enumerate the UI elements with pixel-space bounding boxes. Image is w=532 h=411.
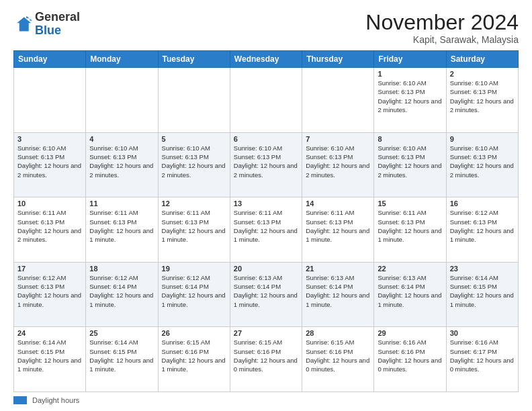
day-number: 21 bbox=[306, 265, 370, 273]
day-info: Sunrise: 6:16 AM Sunset: 6:17 PM Dayligh… bbox=[450, 338, 515, 373]
day-info: Sunrise: 6:15 AM Sunset: 6:16 PM Dayligh… bbox=[306, 338, 370, 373]
calendar-cell: 5Sunrise: 6:10 AM Sunset: 6:13 PM Daylig… bbox=[158, 132, 230, 197]
calendar-cell: 27Sunrise: 6:15 AM Sunset: 6:16 PM Dayli… bbox=[230, 327, 302, 392]
day-number: 25 bbox=[89, 329, 154, 337]
day-info: Sunrise: 6:10 AM Sunset: 6:13 PM Dayligh… bbox=[378, 79, 442, 114]
day-info: Sunrise: 6:15 AM Sunset: 6:16 PM Dayligh… bbox=[234, 338, 298, 373]
day-info: Sunrise: 6:10 AM Sunset: 6:13 PM Dayligh… bbox=[378, 144, 442, 179]
month-title: November 2024 bbox=[365, 11, 519, 34]
calendar-cell: 30Sunrise: 6:16 AM Sunset: 6:17 PM Dayli… bbox=[446, 327, 518, 392]
day-number: 27 bbox=[234, 329, 298, 337]
day-number: 13 bbox=[234, 199, 298, 208]
day-number: 7 bbox=[306, 135, 370, 143]
day-info: Sunrise: 6:10 AM Sunset: 6:13 PM Dayligh… bbox=[17, 144, 82, 179]
weekday-header: Monday bbox=[86, 51, 158, 68]
day-info: Sunrise: 6:11 AM Sunset: 6:13 PM Dayligh… bbox=[162, 208, 226, 244]
day-number: 28 bbox=[306, 329, 370, 337]
day-info: Sunrise: 6:14 AM Sunset: 6:15 PM Dayligh… bbox=[450, 273, 515, 309]
day-number: 12 bbox=[162, 199, 226, 208]
calendar-cell: 16Sunrise: 6:12 AM Sunset: 6:13 PM Dayli… bbox=[446, 197, 518, 263]
calendar-cell: 13Sunrise: 6:11 AM Sunset: 6:13 PM Dayli… bbox=[230, 197, 302, 263]
weekday-header: Friday bbox=[374, 51, 446, 68]
page: General Blue November 2024 Kapit, Sarawa… bbox=[0, 0, 532, 411]
day-info: Sunrise: 6:11 AM Sunset: 6:13 PM Dayligh… bbox=[89, 208, 154, 244]
day-number: 26 bbox=[162, 329, 226, 337]
day-info: Sunrise: 6:12 AM Sunset: 6:14 PM Dayligh… bbox=[89, 273, 154, 309]
calendar-cell: 3Sunrise: 6:10 AM Sunset: 6:13 PM Daylig… bbox=[14, 132, 86, 197]
day-info: Sunrise: 6:11 AM Sunset: 6:13 PM Dayligh… bbox=[234, 208, 298, 244]
calendar-cell: 26Sunrise: 6:15 AM Sunset: 6:16 PM Dayli… bbox=[158, 327, 230, 392]
calendar-cell: 20Sunrise: 6:13 AM Sunset: 6:14 PM Dayli… bbox=[230, 262, 302, 327]
day-number: 19 bbox=[162, 265, 226, 273]
footer-label: Daylight hours bbox=[32, 396, 79, 404]
location: Kapit, Sarawak, Malaysia bbox=[365, 34, 519, 45]
calendar-table: SundayMondayTuesdayWednesdayThursdayFrid… bbox=[13, 50, 519, 392]
day-info: Sunrise: 6:15 AM Sunset: 6:16 PM Dayligh… bbox=[162, 338, 226, 373]
weekday-header-row: SundayMondayTuesdayWednesdayThursdayFrid… bbox=[14, 51, 519, 68]
header: General Blue November 2024 Kapit, Sarawa… bbox=[13, 11, 519, 45]
calendar-cell: 17Sunrise: 6:12 AM Sunset: 6:13 PM Dayli… bbox=[14, 262, 86, 327]
day-info: Sunrise: 6:16 AM Sunset: 6:16 PM Dayligh… bbox=[378, 338, 442, 373]
calendar-cell bbox=[158, 68, 230, 133]
calendar-cell: 19Sunrise: 6:12 AM Sunset: 6:14 PM Dayli… bbox=[158, 262, 230, 327]
day-number: 18 bbox=[89, 265, 154, 273]
day-info: Sunrise: 6:11 AM Sunset: 6:13 PM Dayligh… bbox=[306, 208, 370, 244]
calendar-week-row: 10Sunrise: 6:11 AM Sunset: 6:13 PM Dayli… bbox=[14, 197, 519, 263]
calendar-cell: 14Sunrise: 6:11 AM Sunset: 6:13 PM Dayli… bbox=[302, 197, 374, 263]
day-info: Sunrise: 6:10 AM Sunset: 6:13 PM Dayligh… bbox=[162, 144, 226, 179]
calendar-week-row: 24Sunrise: 6:14 AM Sunset: 6:15 PM Dayli… bbox=[14, 327, 519, 392]
day-info: Sunrise: 6:14 AM Sunset: 6:15 PM Dayligh… bbox=[89, 338, 154, 373]
day-number: 29 bbox=[378, 329, 442, 337]
calendar-cell: 10Sunrise: 6:11 AM Sunset: 6:13 PM Dayli… bbox=[14, 197, 86, 263]
day-info: Sunrise: 6:12 AM Sunset: 6:13 PM Dayligh… bbox=[450, 208, 515, 244]
day-info: Sunrise: 6:10 AM Sunset: 6:13 PM Dayligh… bbox=[89, 144, 154, 179]
calendar-cell: 2Sunrise: 6:10 AM Sunset: 6:13 PM Daylig… bbox=[446, 68, 518, 133]
day-info: Sunrise: 6:10 AM Sunset: 6:13 PM Dayligh… bbox=[234, 144, 298, 179]
day-info: Sunrise: 6:14 AM Sunset: 6:15 PM Dayligh… bbox=[17, 338, 82, 373]
calendar-cell: 22Sunrise: 6:13 AM Sunset: 6:14 PM Dayli… bbox=[374, 262, 446, 327]
day-number: 5 bbox=[162, 135, 226, 143]
calendar-cell: 4Sunrise: 6:10 AM Sunset: 6:13 PM Daylig… bbox=[86, 132, 158, 197]
day-info: Sunrise: 6:10 AM Sunset: 6:13 PM Dayligh… bbox=[450, 79, 515, 114]
day-info: Sunrise: 6:13 AM Sunset: 6:14 PM Dayligh… bbox=[234, 273, 298, 309]
calendar-cell: 21Sunrise: 6:13 AM Sunset: 6:14 PM Dayli… bbox=[302, 262, 374, 327]
day-info: Sunrise: 6:12 AM Sunset: 6:14 PM Dayligh… bbox=[162, 273, 226, 309]
weekday-header: Tuesday bbox=[158, 51, 230, 68]
day-info: Sunrise: 6:13 AM Sunset: 6:14 PM Dayligh… bbox=[378, 273, 442, 309]
calendar-cell: 28Sunrise: 6:15 AM Sunset: 6:16 PM Dayli… bbox=[302, 327, 374, 392]
day-number: 1 bbox=[378, 70, 442, 78]
title-area: November 2024 Kapit, Sarawak, Malaysia bbox=[365, 11, 519, 45]
day-number: 30 bbox=[450, 329, 515, 337]
logo-blue-text: Blue bbox=[35, 24, 61, 37]
calendar-cell: 1Sunrise: 6:10 AM Sunset: 6:13 PM Daylig… bbox=[374, 68, 446, 133]
day-number: 14 bbox=[306, 199, 370, 208]
calendar-cell: 11Sunrise: 6:11 AM Sunset: 6:13 PM Dayli… bbox=[86, 197, 158, 263]
day-info: Sunrise: 6:11 AM Sunset: 6:13 PM Dayligh… bbox=[17, 208, 82, 244]
calendar-cell: 18Sunrise: 6:12 AM Sunset: 6:14 PM Dayli… bbox=[86, 262, 158, 327]
day-info: Sunrise: 6:13 AM Sunset: 6:14 PM Dayligh… bbox=[306, 273, 370, 309]
calendar-week-row: 3Sunrise: 6:10 AM Sunset: 6:13 PM Daylig… bbox=[14, 132, 519, 197]
calendar-cell bbox=[14, 68, 86, 133]
day-number: 23 bbox=[450, 265, 515, 273]
day-number: 3 bbox=[17, 135, 82, 143]
day-number: 4 bbox=[89, 135, 154, 143]
weekday-header: Wednesday bbox=[230, 51, 302, 68]
calendar-cell bbox=[230, 68, 302, 133]
calendar-week-row: 1Sunrise: 6:10 AM Sunset: 6:13 PM Daylig… bbox=[14, 68, 519, 133]
day-number: 10 bbox=[17, 199, 82, 208]
day-number: 16 bbox=[450, 199, 515, 208]
logo: General Blue bbox=[13, 11, 80, 38]
calendar-cell: 7Sunrise: 6:10 AM Sunset: 6:13 PM Daylig… bbox=[302, 132, 374, 197]
calendar-cell: 12Sunrise: 6:11 AM Sunset: 6:13 PM Dayli… bbox=[158, 197, 230, 263]
day-number: 22 bbox=[378, 265, 442, 273]
weekday-header: Sunday bbox=[14, 51, 86, 68]
calendar-cell: 6Sunrise: 6:10 AM Sunset: 6:13 PM Daylig… bbox=[230, 132, 302, 197]
calendar-week-row: 17Sunrise: 6:12 AM Sunset: 6:13 PM Dayli… bbox=[14, 262, 519, 327]
calendar-cell bbox=[86, 68, 158, 133]
calendar-cell: 8Sunrise: 6:10 AM Sunset: 6:13 PM Daylig… bbox=[374, 132, 446, 197]
day-info: Sunrise: 6:12 AM Sunset: 6:13 PM Dayligh… bbox=[17, 273, 82, 309]
day-number: 15 bbox=[378, 199, 442, 208]
weekday-header: Saturday bbox=[446, 51, 518, 68]
day-number: 20 bbox=[234, 265, 298, 273]
weekday-header: Thursday bbox=[302, 51, 374, 68]
